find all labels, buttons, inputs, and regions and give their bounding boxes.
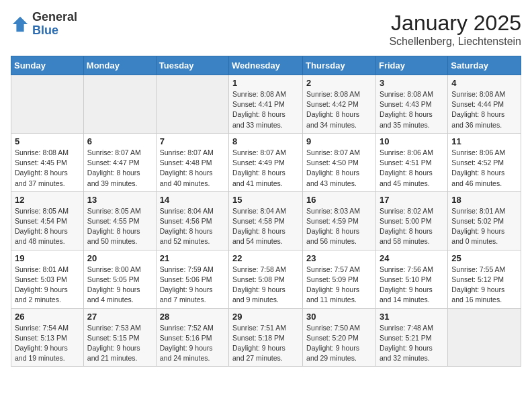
day-info: Sunrise: 7:52 AM Sunset: 5:16 PM Dayligh… xyxy=(160,323,225,364)
calendar-cell: 23Sunrise: 7:57 AM Sunset: 5:09 PM Dayli… xyxy=(303,250,376,308)
day-info: Sunrise: 8:01 AM Sunset: 5:02 PM Dayligh… xyxy=(451,206,517,247)
day-info: Sunrise: 8:07 AM Sunset: 4:49 PM Dayligh… xyxy=(232,148,299,189)
day-number: 12 xyxy=(15,195,80,205)
calendar-cell: 22Sunrise: 7:58 AM Sunset: 5:08 PM Dayli… xyxy=(229,250,303,308)
day-number: 7 xyxy=(160,136,225,146)
day-info: Sunrise: 7:58 AM Sunset: 5:08 PM Dayligh… xyxy=(232,265,299,306)
day-number: 13 xyxy=(87,195,152,205)
calendar-cell: 8Sunrise: 8:07 AM Sunset: 4:49 PM Daylig… xyxy=(229,133,303,191)
calendar-cell: 31Sunrise: 7:48 AM Sunset: 5:21 PM Dayli… xyxy=(375,308,447,367)
day-number: 20 xyxy=(87,253,152,263)
day-number: 16 xyxy=(306,195,372,205)
calendar-cell: 1Sunrise: 8:08 AM Sunset: 4:41 PM Daylig… xyxy=(229,75,303,134)
day-info: Sunrise: 8:07 AM Sunset: 4:50 PM Dayligh… xyxy=(306,148,372,189)
calendar-cell: 30Sunrise: 7:50 AM Sunset: 5:20 PM Dayli… xyxy=(303,308,376,367)
day-number: 11 xyxy=(451,136,517,146)
calendar-cell: 24Sunrise: 7:56 AM Sunset: 5:10 PM Dayli… xyxy=(375,250,447,308)
logo-icon xyxy=(11,15,30,34)
day-info: Sunrise: 7:53 AM Sunset: 5:15 PM Dayligh… xyxy=(87,323,152,364)
day-number: 2 xyxy=(306,78,372,88)
calendar-cell: 7Sunrise: 8:07 AM Sunset: 4:48 PM Daylig… xyxy=(156,133,228,191)
day-info: Sunrise: 8:01 AM Sunset: 5:03 PM Dayligh… xyxy=(15,265,80,306)
calendar-cell xyxy=(11,75,84,134)
page-header: General Blue January 2025 Schellenberg, … xyxy=(11,11,521,48)
day-number: 1 xyxy=(232,78,299,88)
day-header-sunday: Sunday xyxy=(11,56,84,75)
calendar-cell: 15Sunrise: 8:04 AM Sunset: 4:58 PM Dayli… xyxy=(229,191,303,250)
calendar-cell xyxy=(448,308,521,367)
calendar-cell: 26Sunrise: 7:54 AM Sunset: 5:13 PM Dayli… xyxy=(11,308,84,367)
day-header-saturday: Saturday xyxy=(448,56,521,75)
day-number: 15 xyxy=(232,195,299,205)
calendar-cell: 13Sunrise: 8:05 AM Sunset: 4:55 PM Dayli… xyxy=(83,191,156,250)
title-area: January 2025 Schellenberg, Liechtenstein xyxy=(389,11,521,48)
day-info: Sunrise: 8:07 AM Sunset: 4:47 PM Dayligh… xyxy=(87,148,152,189)
day-info: Sunrise: 7:59 AM Sunset: 5:06 PM Dayligh… xyxy=(160,265,225,306)
days-header-row: SundayMondayTuesdayWednesdayThursdayFrid… xyxy=(11,56,521,75)
day-info: Sunrise: 7:57 AM Sunset: 5:09 PM Dayligh… xyxy=(306,265,372,306)
calendar-cell: 6Sunrise: 8:07 AM Sunset: 4:47 PM Daylig… xyxy=(83,133,156,191)
calendar-cell: 20Sunrise: 8:00 AM Sunset: 5:05 PM Dayli… xyxy=(83,250,156,308)
day-number: 19 xyxy=(15,253,80,263)
day-info: Sunrise: 8:04 AM Sunset: 4:56 PM Dayligh… xyxy=(160,206,225,247)
day-number: 30 xyxy=(306,312,372,322)
calendar-cell: 17Sunrise: 8:02 AM Sunset: 5:00 PM Dayli… xyxy=(375,191,447,250)
calendar-cell: 12Sunrise: 8:05 AM Sunset: 4:54 PM Dayli… xyxy=(11,191,84,250)
day-number: 29 xyxy=(232,312,299,322)
day-info: Sunrise: 7:54 AM Sunset: 5:13 PM Dayligh… xyxy=(15,323,80,364)
day-info: Sunrise: 8:08 AM Sunset: 4:45 PM Dayligh… xyxy=(15,148,80,189)
day-info: Sunrise: 8:07 AM Sunset: 4:48 PM Dayligh… xyxy=(160,148,225,189)
day-number: 14 xyxy=(160,195,225,205)
day-number: 27 xyxy=(87,312,152,322)
week-row-2: 5Sunrise: 8:08 AM Sunset: 4:45 PM Daylig… xyxy=(11,133,521,191)
day-info: Sunrise: 8:00 AM Sunset: 5:05 PM Dayligh… xyxy=(87,265,152,306)
day-info: Sunrise: 8:08 AM Sunset: 4:43 PM Dayligh… xyxy=(380,89,444,130)
day-info: Sunrise: 8:06 AM Sunset: 4:52 PM Dayligh… xyxy=(451,148,517,189)
calendar-cell: 10Sunrise: 8:06 AM Sunset: 4:51 PM Dayli… xyxy=(375,133,447,191)
day-number: 8 xyxy=(232,136,299,146)
day-number: 6 xyxy=(87,136,152,146)
day-info: Sunrise: 8:03 AM Sunset: 4:59 PM Dayligh… xyxy=(306,206,372,247)
calendar-cell: 19Sunrise: 8:01 AM Sunset: 5:03 PM Dayli… xyxy=(11,250,84,308)
calendar-table: SundayMondayTuesdayWednesdayThursdayFrid… xyxy=(11,56,521,367)
calendar-cell: 25Sunrise: 7:55 AM Sunset: 5:12 PM Dayli… xyxy=(448,250,521,308)
calendar-cell: 2Sunrise: 8:08 AM Sunset: 4:42 PM Daylig… xyxy=(303,75,376,134)
day-info: Sunrise: 8:06 AM Sunset: 4:51 PM Dayligh… xyxy=(380,148,444,189)
calendar-cell: 9Sunrise: 8:07 AM Sunset: 4:50 PM Daylig… xyxy=(303,133,376,191)
day-number: 22 xyxy=(232,253,299,263)
calendar-cell: 11Sunrise: 8:06 AM Sunset: 4:52 PM Dayli… xyxy=(448,133,521,191)
logo-text: General Blue xyxy=(32,11,77,38)
week-row-4: 19Sunrise: 8:01 AM Sunset: 5:03 PM Dayli… xyxy=(11,250,521,308)
calendar-cell xyxy=(156,75,228,134)
day-info: Sunrise: 7:50 AM Sunset: 5:20 PM Dayligh… xyxy=(306,323,372,364)
day-info: Sunrise: 8:02 AM Sunset: 5:00 PM Dayligh… xyxy=(380,206,444,247)
calendar-cell: 5Sunrise: 8:08 AM Sunset: 4:45 PM Daylig… xyxy=(11,133,84,191)
calendar-cell: 27Sunrise: 7:53 AM Sunset: 5:15 PM Dayli… xyxy=(83,308,156,367)
calendar-cell: 16Sunrise: 8:03 AM Sunset: 4:59 PM Dayli… xyxy=(303,191,376,250)
day-number: 25 xyxy=(451,253,517,263)
day-info: Sunrise: 8:04 AM Sunset: 4:58 PM Dayligh… xyxy=(232,206,299,247)
day-info: Sunrise: 8:05 AM Sunset: 4:55 PM Dayligh… xyxy=(87,206,152,247)
week-row-3: 12Sunrise: 8:05 AM Sunset: 4:54 PM Dayli… xyxy=(11,191,521,250)
day-info: Sunrise: 7:48 AM Sunset: 5:21 PM Dayligh… xyxy=(380,323,444,364)
week-row-5: 26Sunrise: 7:54 AM Sunset: 5:13 PM Dayli… xyxy=(11,308,521,367)
day-number: 31 xyxy=(380,312,444,322)
svg-marker-0 xyxy=(13,17,28,32)
day-header-tuesday: Tuesday xyxy=(156,56,228,75)
day-number: 23 xyxy=(306,253,372,263)
day-header-wednesday: Wednesday xyxy=(229,56,303,75)
calendar-cell: 29Sunrise: 7:51 AM Sunset: 5:18 PM Dayli… xyxy=(229,308,303,367)
day-info: Sunrise: 8:08 AM Sunset: 4:42 PM Dayligh… xyxy=(306,89,372,130)
logo: General Blue xyxy=(11,11,77,38)
calendar-cell: 18Sunrise: 8:01 AM Sunset: 5:02 PM Dayli… xyxy=(448,191,521,250)
calendar-cell: 14Sunrise: 8:04 AM Sunset: 4:56 PM Dayli… xyxy=(156,191,228,250)
day-number: 10 xyxy=(380,136,444,146)
day-number: 21 xyxy=(160,253,225,263)
day-header-friday: Friday xyxy=(375,56,447,75)
calendar-cell: 3Sunrise: 8:08 AM Sunset: 4:43 PM Daylig… xyxy=(375,75,447,134)
day-number: 26 xyxy=(15,312,80,322)
day-info: Sunrise: 7:55 AM Sunset: 5:12 PM Dayligh… xyxy=(451,265,517,306)
day-number: 5 xyxy=(15,136,80,146)
calendar-cell: 4Sunrise: 8:08 AM Sunset: 4:44 PM Daylig… xyxy=(448,75,521,134)
day-info: Sunrise: 8:08 AM Sunset: 4:44 PM Dayligh… xyxy=(451,89,517,130)
